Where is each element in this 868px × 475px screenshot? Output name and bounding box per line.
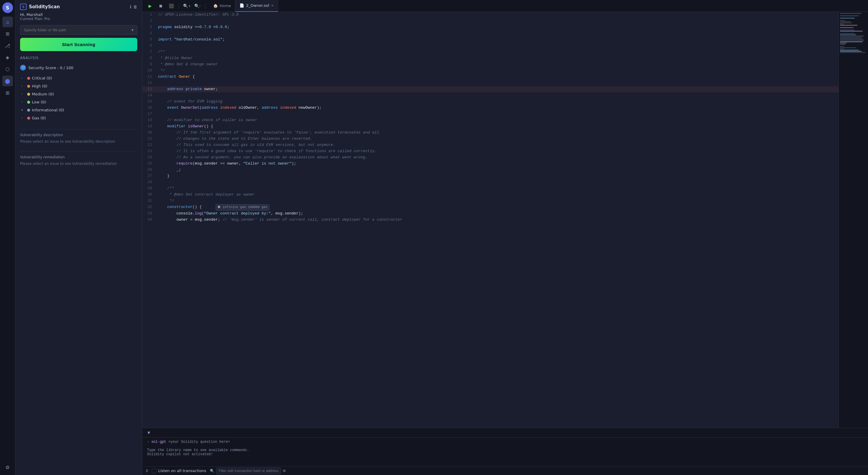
code-line-12: 12 bbox=[142, 80, 838, 86]
line-number-27: 27 bbox=[142, 173, 156, 179]
security-score-row: 🛡 Security Score - 0 / 100 bbox=[20, 63, 137, 72]
sidebar-item-debug[interactable]: ⬡ bbox=[2, 64, 13, 75]
code-line-22: 22 // This used to consume all gas in ol… bbox=[142, 142, 838, 148]
brand-label: SolidityScan bbox=[29, 4, 60, 9]
path-dropdown-button[interactable]: ▾ bbox=[128, 25, 137, 35]
scan-button[interactable]: Start Scanning bbox=[20, 38, 137, 51]
tab-file[interactable]: 📄 2_Owner.sol × bbox=[235, 0, 278, 12]
issue-row-gas[interactable]: › Gas (0) bbox=[20, 114, 137, 122]
code-line-2: 2 bbox=[142, 18, 838, 24]
code-line-7: 7 /** bbox=[142, 49, 838, 55]
issue-row-medium[interactable]: › Medium (0) bbox=[20, 90, 137, 98]
zoom-in-button[interactable]: 🔍+ bbox=[183, 2, 191, 10]
status-bar: 0 Listen on all transactions 🔍 ⚙ bbox=[142, 466, 868, 475]
issue-row-low[interactable]: › Low (0) bbox=[20, 98, 137, 106]
path-input[interactable] bbox=[20, 25, 128, 35]
stop-button[interactable]: ⏹ bbox=[156, 2, 165, 10]
chevron-right-icon-critical: › bbox=[21, 77, 25, 80]
dot-informational bbox=[27, 109, 30, 112]
line-number-28: 28 bbox=[142, 179, 156, 185]
terminal-text-2: Type the library name to see available c… bbox=[147, 448, 249, 452]
zoom-in-icon: 🔍+ bbox=[183, 4, 190, 8]
line-number-30: 30 bbox=[142, 192, 156, 198]
code-line-10: 10 */ bbox=[142, 68, 838, 74]
sidebar-item-deploy[interactable]: ⬤ bbox=[2, 76, 13, 86]
line-content-16: event OwnerSet(address indexed oldOwner,… bbox=[156, 105, 838, 111]
chevron-right-icon-gas: › bbox=[21, 116, 25, 120]
play-button[interactable]: ▶ bbox=[146, 2, 154, 10]
listen-toggle[interactable]: Listen on all transactions bbox=[152, 469, 206, 473]
tab-home[interactable]: 🏠 Home bbox=[209, 0, 235, 12]
sidebar-item-git[interactable]: ⎇ bbox=[2, 40, 13, 51]
settings-small-icon[interactable]: ⚙ bbox=[283, 469, 286, 473]
issue-row-informational[interactable]: ▾ Informational (0) bbox=[20, 106, 137, 114]
terminal-line-3: Solidity copilot not activated! bbox=[147, 452, 863, 456]
code-line-8: 8 * @title Owner bbox=[142, 55, 838, 61]
collapse-button[interactable]: ▼ bbox=[146, 430, 152, 436]
collapse-icon: ▼ bbox=[147, 431, 150, 435]
deploy-icon: ⬤ bbox=[5, 78, 10, 84]
sidebar-item-plugin[interactable]: ◈ bbox=[2, 52, 13, 63]
toggle-checkbox[interactable] bbox=[152, 469, 156, 473]
brand: S SolidityScan bbox=[20, 4, 60, 10]
chevron-down-icon: ▾ bbox=[131, 28, 133, 32]
line-content-31: */ bbox=[156, 198, 838, 204]
app-logo[interactable]: S bbox=[2, 2, 13, 13]
vuln-rem-title: Vulnerability remediation bbox=[20, 155, 137, 159]
issue-row-critical[interactable]: › Critical (0) bbox=[20, 74, 137, 82]
vuln-desc-section: Vulnerability description Please select … bbox=[20, 133, 137, 144]
terminal-content[interactable]: - sol-gpt <your Solidity question here> … bbox=[142, 438, 868, 466]
line-number-2: 2 bbox=[142, 18, 156, 24]
file-icon: ⊞ bbox=[6, 90, 9, 96]
line-content-28 bbox=[156, 179, 838, 185]
code-line-1: 1 // SPDX-License-Identifier: GPL-3.0 bbox=[142, 12, 838, 18]
code-line-21: 21 // changes to the state and to Ether … bbox=[142, 136, 838, 142]
editor-wrapper: 1 // SPDX-License-Identifier: GPL-3.0 2 … bbox=[142, 12, 868, 428]
toggle-button[interactable]: ⬛ bbox=[167, 2, 175, 10]
issue-row-high[interactable]: › High (0) bbox=[20, 82, 137, 90]
file-tab-label: 2_Owner.sol bbox=[246, 3, 269, 8]
dot-low bbox=[27, 101, 30, 104]
transaction-filter-input[interactable] bbox=[216, 468, 281, 474]
issue-label-informational: Informational (0) bbox=[32, 108, 136, 112]
terminal-line-1: - sol-gpt <your Solidity question here> bbox=[147, 440, 863, 444]
vuln-desc-title: Vulnerability description bbox=[20, 133, 137, 137]
line-number-3: 3 bbox=[142, 24, 156, 30]
toolbar: ▶ ⏹ ⬛ 🔍+ 🔍- 🏠 Home 📄 2_Owner.sol × bbox=[142, 0, 868, 12]
sidebar-header: S SolidityScan ℹ 🗑 bbox=[20, 4, 137, 10]
minimap bbox=[838, 12, 868, 428]
chevron-right-icon-medium: › bbox=[21, 92, 25, 96]
line-content-26: _; bbox=[156, 167, 838, 173]
issue-label-medium: Medium (0) bbox=[32, 92, 136, 96]
line-content-23: // It is often a good idea to use 'requi… bbox=[156, 148, 838, 154]
line-number-26: 26 bbox=[142, 167, 156, 173]
transaction-count-value: 0 bbox=[146, 469, 148, 473]
code-editor[interactable]: 1 // SPDX-License-Identifier: GPL-3.0 2 … bbox=[142, 12, 838, 428]
minimap-content bbox=[839, 12, 868, 54]
stop-icon: ⏹ bbox=[159, 4, 163, 8]
line-number-4: 4 bbox=[142, 30, 156, 37]
line-number-22: 22 bbox=[142, 142, 156, 148]
sidebar-item-home[interactable]: ⌂ bbox=[2, 17, 13, 27]
line-number-1: 1 bbox=[142, 12, 156, 18]
sidebar-item-search[interactable]: ⊞ bbox=[2, 28, 13, 39]
line-content-24: // As a second argument, you can also pr… bbox=[156, 154, 838, 161]
sidebar-actions: ℹ 🗑 bbox=[130, 4, 137, 9]
tab-close-button[interactable]: × bbox=[271, 4, 274, 7]
sidebar-item-file[interactable]: ⊞ bbox=[2, 87, 13, 98]
code-line-5: 5 import "hardhat/console.sol"; bbox=[142, 37, 838, 43]
line-number-7: 7 bbox=[142, 49, 156, 55]
line-number-17: 17 bbox=[142, 111, 156, 117]
info-icon[interactable]: ℹ bbox=[130, 4, 131, 9]
plugin-icon: ◈ bbox=[6, 55, 9, 60]
code-line-9: 9 * @dev Set & change owner bbox=[142, 61, 838, 68]
delete-icon[interactable]: 🗑 bbox=[133, 4, 137, 9]
settings-icon: ⚙ bbox=[5, 465, 9, 470]
chevron-right-icon-high: › bbox=[21, 85, 25, 88]
sidebar-item-settings[interactable]: ⚙ bbox=[2, 462, 13, 473]
zoom-out-button[interactable]: 🔍- bbox=[193, 2, 202, 10]
line-number-15: 15 bbox=[142, 99, 156, 105]
line-content-15: // event for EVM logging bbox=[156, 99, 838, 105]
line-content-33: console.log("Owner contract deployed by:… bbox=[156, 211, 838, 217]
search-small-icon: 🔍 bbox=[210, 469, 214, 473]
